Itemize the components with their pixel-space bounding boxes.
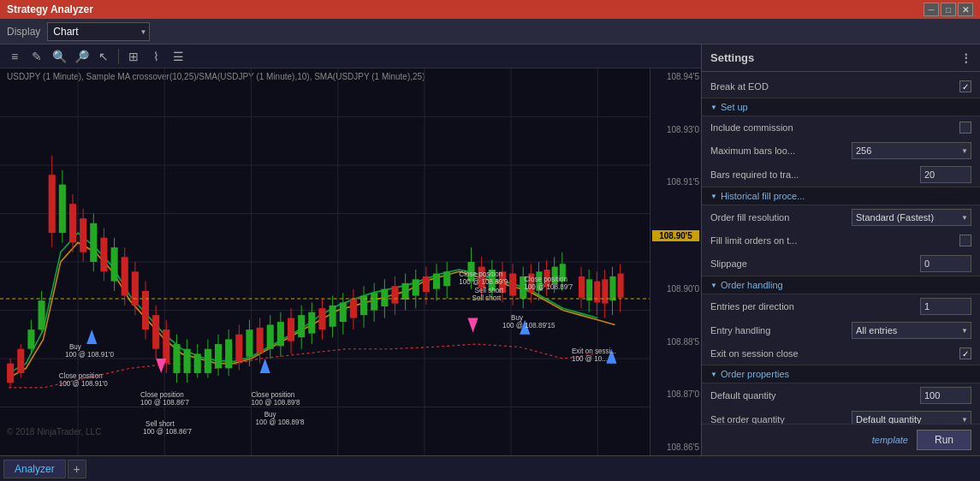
copyright: © 2018 NinjaTrader, LLC [7, 427, 101, 436]
toolbar-separator [118, 49, 119, 64]
add-tab-button[interactable]: + [68, 460, 86, 478]
order-fill-row: Order fill resolution Standard (Fastest)… [702, 205, 980, 229]
fill-limit-label: Fill limit orders on t... [710, 235, 797, 246]
settings-menu-icon[interactable]: ⋮ [960, 51, 971, 64]
bars-required-row: Bars required to tra... [702, 163, 980, 187]
svg-text:100 @ 108.91'0: 100 @ 108.91'0 [65, 349, 114, 359]
minimize-button[interactable]: ─ [924, 3, 939, 16]
chart-area: ≡ ✎ 🔍 🔎 ↖ ⊞ ⌇ ☰ USDJPY (1 Minute), Sampl… [0, 45, 702, 455]
svg-marker-134 [86, 330, 97, 344]
settings-title: Settings [710, 51, 754, 64]
exit-on-session-close-row: Exit on session close [702, 342, 980, 365]
break-at-eod-checkbox[interactable] [959, 80, 971, 92]
zoom-in-button[interactable]: 🔍 [50, 47, 68, 66]
max-bars-select-wrap: 256 512 1024 [852, 142, 971, 159]
price-label-6: 108.87'0 [652, 389, 699, 399]
settings-body: Break at EOD ▼ Set up Include commission… [702, 72, 980, 424]
zoom-out-button[interactable]: 🔎 [72, 47, 91, 66]
chart-canvas: USDJPY (1 Minute), Sample MA crossover(1… [0, 68, 701, 455]
order-handling-section-header[interactable]: ▼ Order handling [702, 276, 980, 294]
default-quantity-row: Default quantity [702, 383, 980, 407]
historical-section-label: Historical fill proce... [721, 191, 805, 201]
svg-text:Sell short: Sell short [472, 294, 502, 303]
max-bars-select[interactable]: 256 512 1024 [852, 142, 971, 159]
window-controls: ─ □ ✕ [924, 3, 973, 16]
main-layout: ≡ ✎ 🔍 🔎 ↖ ⊞ ⌇ ☰ USDJPY (1 Minute), Sampl… [0, 45, 980, 455]
order-handling-triangle: ▼ [710, 282, 717, 289]
svg-text:100 @ 108.86'7: 100 @ 108.86'7 [140, 398, 189, 407]
bars-required-input[interactable] [920, 166, 971, 183]
app-title: Strategy Analyzer [7, 3, 93, 15]
svg-text:100 @ 108.89'8: 100 @ 108.89'8 [251, 398, 300, 407]
entries-per-direction-input[interactable] [920, 298, 971, 315]
svg-text:100 @ 108.89'9: 100 @ 108.89'9 [459, 277, 508, 287]
include-commission-label: Include commission [710, 122, 793, 133]
slippage-input[interactable] [920, 255, 971, 272]
price-axis: 108.94'5 108.93'0 108.91'5 108.90'5 108.… [650, 68, 701, 455]
order-fill-label: Order fill resolution [710, 212, 789, 223]
chart-toolbar: ≡ ✎ 🔍 🔎 ↖ ⊞ ⌇ ☰ [0, 45, 701, 68]
entries-per-direction-label: Entries per direction [710, 301, 794, 312]
historical-section-header[interactable]: ▼ Historical fill proce... [702, 187, 980, 205]
svg-marker-139 [467, 318, 478, 333]
title-bar: Strategy Analyzer ─ □ ✕ [0, 0, 980, 19]
break-at-eod-row: Break at EOD [702, 75, 980, 98]
properties-button[interactable]: ⊞ [124, 47, 143, 66]
entries-per-direction-row: Entries per direction [702, 294, 980, 318]
exit-on-session-close-checkbox[interactable] [959, 347, 971, 359]
maximize-button[interactable]: □ [941, 3, 956, 16]
historical-triangle: ▼ [710, 193, 717, 200]
settings-header: Settings ⋮ [702, 45, 980, 72]
svg-text:100 @ 108.91'0: 100 @ 108.91'0 [59, 378, 108, 388]
order-properties-section-label: Order properties [721, 369, 789, 379]
max-bars-label: Maximum bars loo... [710, 145, 795, 156]
settings-footer: template Run [702, 424, 980, 455]
default-quantity-input[interactable] [920, 387, 971, 404]
entry-handling-row: Entry handling All entries First entry L… [702, 318, 980, 342]
analyzer-tab[interactable]: Analyzer [3, 460, 66, 478]
run-button[interactable]: Run [917, 430, 971, 450]
chart-svg: Close position 100 @ 108.91'0 Buy 100 @ … [0, 68, 650, 455]
fill-limit-checkbox[interactable] [959, 235, 971, 246]
price-label-4: 108.90'0 [652, 284, 699, 294]
price-label-5: 108.88'5 [652, 337, 699, 347]
display-label: Display [7, 26, 40, 38]
bottom-tabs: Analyzer + [0, 455, 980, 481]
bars-tool-button[interactable]: ≡ [5, 47, 24, 66]
include-commission-row: Include commission [702, 116, 980, 139]
indicator-button[interactable]: ⌇ [146, 47, 165, 66]
chart-trader-button[interactable]: ☰ [169, 47, 187, 66]
slippage-label: Slippage [710, 258, 747, 269]
pencil-tool-button[interactable]: ✎ [27, 47, 46, 66]
analyzer-tab-label: Analyzer [15, 463, 55, 475]
display-select[interactable]: Chart Performance Orders Trades Executio… [47, 22, 150, 41]
close-button[interactable]: ✕ [958, 3, 973, 16]
main-toolbar: Display Chart Performance Orders Trades … [0, 19, 980, 45]
set-order-quantity-select[interactable]: Default quantity Strategy [852, 411, 971, 424]
price-label-3: 108.91'5 [652, 177, 699, 187]
order-handling-section-label: Order handling [721, 280, 783, 290]
set-order-quantity-select-wrap: Default quantity Strategy [852, 411, 971, 424]
svg-text:100 @ 108.89'7: 100 @ 108.89'7 [524, 282, 573, 291]
slippage-row: Slippage [702, 252, 980, 276]
svg-marker-135 [260, 359, 270, 373]
svg-text:100 @ 108.89'8: 100 @ 108.89'8 [256, 417, 305, 426]
fill-limit-row: Fill limit orders on t... [702, 229, 980, 252]
svg-text:100 @ 108.86'7: 100 @ 108.86'7 [143, 427, 192, 436]
price-highlight: 108.90'5 [652, 230, 699, 241]
setup-section-label: Set up [721, 102, 748, 112]
arrow-tool-button[interactable]: ↖ [94, 47, 113, 66]
template-link[interactable]: template [872, 435, 908, 445]
price-label-2: 108.93'0 [652, 125, 699, 134]
setup-section-header[interactable]: ▼ Set up [702, 98, 980, 116]
settings-panel: Settings ⋮ Break at EOD ▼ Set up Include… [702, 45, 980, 455]
exit-on-session-close-label: Exit on session close [710, 348, 799, 359]
include-commission-checkbox[interactable] [959, 122, 971, 134]
order-properties-section-header[interactable]: ▼ Order properties [702, 365, 980, 383]
break-at-eod-label: Break at EOD [710, 81, 769, 92]
order-fill-select[interactable]: Standard (Fastest) High Low [852, 209, 971, 226]
setup-triangle: ▼ [710, 104, 717, 111]
order-properties-triangle: ▼ [710, 371, 717, 378]
set-order-quantity-row: Set order quantity Default quantity Stra… [702, 407, 980, 424]
entry-handling-select[interactable]: All entries First entry Last entry [852, 322, 971, 339]
